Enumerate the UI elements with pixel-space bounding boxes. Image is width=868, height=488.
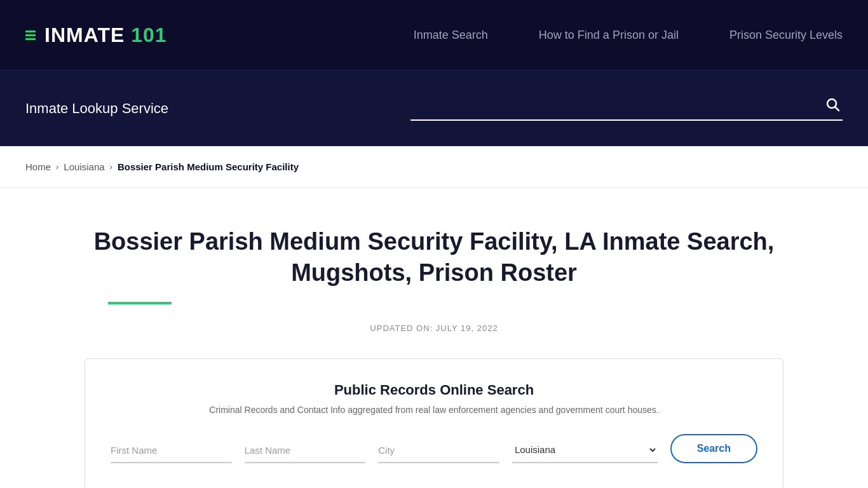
search-section: Inmate Lookup Service xyxy=(0,70,868,146)
card-title: Public Records Online Search xyxy=(111,382,757,398)
breadcrumb-section: Home › Louisiana › Bossier Parish Medium… xyxy=(0,146,868,188)
page-title: Bossier Parish Medium Security Facility,… xyxy=(85,226,783,289)
breadcrumb-separator-1: › xyxy=(56,162,58,172)
nav-security-levels[interactable]: Prison Security Levels xyxy=(729,29,843,42)
last-name-field xyxy=(245,438,366,463)
first-name-field xyxy=(111,438,232,463)
state-select[interactable]: Louisiana Alabama Alaska Arizona Arkansa… xyxy=(512,437,658,463)
city-input[interactable] xyxy=(378,438,499,463)
breadcrumb-separator-2: › xyxy=(110,162,112,172)
breadcrumb: Home › Louisiana › Bossier Parish Medium… xyxy=(25,161,843,172)
search-form: Louisiana Alabama Alaska Arizona Arkansa… xyxy=(111,434,757,463)
site-search-button[interactable] xyxy=(822,97,843,116)
nav-how-to-find[interactable]: How to Find a Prison or Jail xyxy=(539,29,679,42)
search-input-wrapper xyxy=(410,97,843,121)
logo-icon xyxy=(25,30,36,40)
nav-inmate-search[interactable]: Inmate Search xyxy=(414,29,488,42)
main-content: Bossier Parish Medium Security Facility,… xyxy=(0,188,868,488)
city-field xyxy=(378,438,499,463)
title-underline xyxy=(108,302,172,304)
search-card: Public Records Online Search Criminal Re… xyxy=(85,358,783,488)
search-section-label: Inmate Lookup Service xyxy=(25,100,168,117)
breadcrumb-state[interactable]: Louisiana xyxy=(64,161,104,172)
search-button[interactable]: Search xyxy=(670,434,757,463)
site-search-input[interactable] xyxy=(410,97,822,115)
logo[interactable]: INMATE 101 xyxy=(25,24,167,47)
search-icon xyxy=(825,97,840,112)
last-name-input[interactable] xyxy=(245,438,366,463)
first-name-input[interactable] xyxy=(111,438,232,463)
svg-line-1 xyxy=(836,107,839,111)
state-field: Louisiana Alabama Alaska Arizona Arkansa… xyxy=(512,437,658,463)
updated-date: UPDATED ON: JULY 19, 2022 xyxy=(25,323,843,333)
breadcrumb-home[interactable]: Home xyxy=(25,161,51,172)
card-subtitle: Criminal Records and Contact Info aggreg… xyxy=(111,405,757,415)
logo-text: INMATE 101 xyxy=(44,24,167,47)
top-navigation: INMATE 101 Inmate Search How to Find a P… xyxy=(0,0,868,70)
nav-links: Inmate Search How to Find a Prison or Ja… xyxy=(414,29,843,42)
breadcrumb-current: Bossier Parish Medium Security Facility xyxy=(118,161,299,172)
